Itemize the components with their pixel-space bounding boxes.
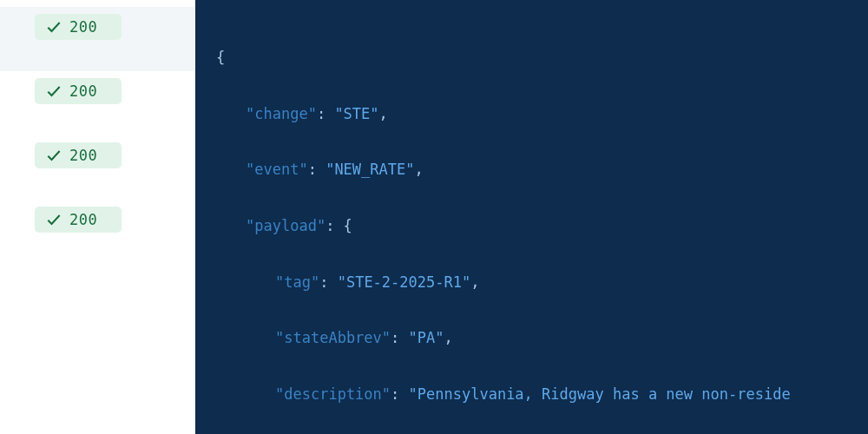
comma: ,	[379, 105, 388, 122]
json-key: "stateAbbrev"	[275, 329, 391, 346]
status-code: 200	[69, 147, 97, 164]
colon: :	[391, 385, 408, 403]
comma: ,	[415, 161, 424, 178]
comma: ,	[470, 273, 479, 291]
check-icon	[45, 82, 62, 100]
status-pill: 200	[35, 14, 122, 40]
code-panel: { "change": "STE", "event": "NEW_RATE", …	[195, 0, 868, 434]
check-icon	[45, 18, 62, 36]
json-string: "NEW_RATE"	[326, 161, 414, 178]
status-pill: 200	[35, 78, 122, 104]
json-key: "payload"	[246, 217, 326, 234]
comma: ,	[444, 329, 453, 346]
status-pill: 200	[35, 207, 122, 233]
brace-open: {	[216, 49, 225, 66]
colon: :	[317, 105, 334, 122]
status-code: 200	[69, 211, 97, 228]
status-row[interactable]: 200	[0, 71, 195, 135]
status-code: 200	[69, 18, 97, 36]
json-key: "event"	[246, 161, 308, 178]
json-string: "STE"	[334, 105, 378, 122]
json-string: "STE-2-2025-R1"	[338, 273, 471, 291]
colon: :	[308, 161, 326, 178]
status-code: 200	[69, 82, 97, 100]
json-key: "change"	[246, 105, 317, 122]
status-pill: 200	[35, 142, 122, 168]
status-row[interactable]: 200	[0, 7, 195, 71]
colon: :	[391, 329, 408, 346]
payload-open: : {	[326, 217, 352, 234]
json-string: "Pennsylvania, Ridgway has a new non-res…	[409, 385, 791, 403]
check-icon	[45, 211, 62, 228]
status-row[interactable]: 200	[0, 200, 195, 264]
json-key: "tag"	[275, 273, 319, 291]
colon: :	[319, 273, 337, 291]
json-key: "description"	[275, 385, 391, 403]
sidebar: 200 200 200 200	[0, 0, 195, 434]
check-icon	[45, 147, 62, 164]
json-string: "PA"	[409, 329, 444, 346]
status-row[interactable]: 200	[0, 135, 195, 200]
